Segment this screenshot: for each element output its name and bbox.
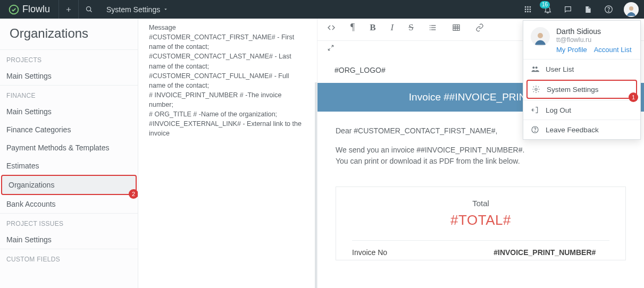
sidebar-header-projects: PROJECTS	[0, 49, 138, 67]
user-menu-header: Darth Sidious tt@flowlu.ru My Profile Ac…	[523, 21, 640, 59]
help-circle-icon	[531, 125, 539, 134]
menu-leave-feedback[interactable]: Leave Feedback	[523, 120, 640, 139]
menu-log-out[interactable]: Log Out	[523, 100, 640, 120]
svg-rect-2	[524, 6, 526, 8]
toolbar-code[interactable]	[327, 23, 336, 32]
sidebar-item-fin-main[interactable]: Main Settings	[0, 103, 138, 121]
user-name: Darth Sidious	[556, 27, 632, 36]
svg-rect-8	[524, 11, 526, 13]
sidebar-item-fin-categories[interactable]: Finance Categories	[0, 121, 138, 139]
svg-point-13	[629, 6, 633, 11]
menu-system-settings[interactable]: System Settings 1	[526, 80, 637, 99]
expand-icon	[327, 44, 334, 52]
help-icon[interactable]	[598, 0, 618, 19]
svg-point-19	[535, 131, 536, 132]
var-line: #CUSTOMER_CONTACT_LAST_NAME# - Last name…	[149, 52, 306, 71]
users-icon	[531, 65, 539, 73]
invoice-summary-box: Total #TOTAL# Invoice No #INVOICE_PRINT_…	[336, 187, 626, 260]
user-menu-avatar	[531, 27, 550, 46]
user-email: tt@flowlu.ru	[556, 36, 632, 44]
email-body-line1: We send you an invoice ##INVOICE_PRINT_N…	[336, 146, 524, 154]
svg-rect-4	[529, 6, 531, 8]
sidebar-item-issues-main[interactable]: Main Settings	[0, 231, 138, 249]
settings-sidebar: Organizations PROJECTS Main Settings FIN…	[0, 19, 138, 288]
account-list-link[interactable]: Account List	[594, 46, 632, 54]
svg-point-16	[536, 66, 538, 69]
menu-user-list[interactable]: User List	[523, 59, 640, 79]
svg-rect-10	[529, 11, 531, 13]
sidebar-item-estimates[interactable]: Estimates	[0, 157, 138, 175]
toolbar-paragraph[interactable]: ¶	[350, 22, 355, 33]
svg-rect-21	[431, 27, 436, 28]
svg-point-14	[538, 33, 543, 38]
var-line: #CUSTOMER_CONTACT_FULL_NAME# - Full name…	[149, 71, 306, 90]
var-line: # ORG_TITLE # -Name of the organization;	[149, 109, 306, 119]
gear-icon	[532, 85, 540, 94]
svg-rect-22	[431, 29, 436, 30]
toolbar-table[interactable]	[452, 23, 461, 32]
svg-point-25	[429, 29, 430, 30]
svg-rect-3	[527, 6, 529, 8]
svg-rect-9	[527, 11, 529, 13]
menu-label: System Settings	[547, 86, 599, 94]
callout-badge-2: 2	[129, 189, 138, 199]
menu-label: Leave Feedback	[546, 126, 599, 134]
brand-text: Flowlu	[22, 4, 50, 15]
toolbar-strike[interactable]: S	[408, 22, 413, 33]
chat-icon[interactable]	[558, 0, 578, 19]
svg-rect-5	[524, 9, 526, 10]
top-bar: Flowlu System Settings 16	[0, 0, 644, 19]
menu-label: Log Out	[546, 106, 571, 114]
sidebar-header-finance: FINANCE	[0, 85, 138, 103]
variables-panel: Message #CUSTOMER_CONTACT_FIRST_NAME# - …	[138, 19, 317, 288]
invoice-no-value: #INVOICE_PRINT_NUMBER#	[494, 248, 609, 257]
chevron-down-icon	[163, 7, 168, 12]
invoice-no-label: Invoice No	[352, 248, 387, 257]
my-profile-link[interactable]: My Profile	[556, 46, 587, 54]
breadcrumb[interactable]: System Settings	[99, 5, 175, 14]
total-label: Total	[352, 199, 609, 208]
svg-rect-7	[529, 9, 531, 10]
user-avatar[interactable]	[624, 2, 639, 17]
svg-point-23	[429, 25, 430, 26]
sidebar-header-issues: PROJECT ISSUES	[0, 213, 138, 231]
toolbar-bold[interactable]: B	[370, 22, 375, 33]
toolbar-italic[interactable]: I	[391, 22, 394, 33]
notification-badge: 16	[540, 1, 550, 9]
svg-point-15	[532, 66, 534, 69]
apps-icon[interactable]	[517, 0, 538, 19]
svg-point-24	[429, 27, 430, 28]
var-line: Message	[149, 23, 306, 32]
var-line: # INVOICE_PRINT_NUMBER # -The invoice nu…	[149, 90, 306, 109]
email-body-line2: You can print or download it as PDF from…	[336, 157, 520, 165]
user-dropdown-menu: Darth Sidious tt@flowlu.ru My Profile Ac…	[523, 20, 641, 140]
var-line: #INVOICE_EXTERNAL_LINK# - External link …	[149, 119, 306, 138]
toolbar-link[interactable]	[475, 23, 484, 32]
svg-point-12	[608, 11, 608, 11]
file-icon[interactable]	[578, 0, 598, 19]
sidebar-item-payment-methods[interactable]: Payment Methods & Templates	[0, 139, 138, 157]
brand-logo[interactable]: Flowlu	[0, 4, 58, 15]
search-button[interactable]	[79, 0, 99, 19]
svg-point-17	[535, 88, 537, 90]
toolbar-list[interactable]	[429, 23, 437, 32]
svg-rect-6	[527, 9, 529, 10]
scrollbar[interactable]	[315, 82, 317, 288]
callout-badge-1: 1	[629, 92, 638, 102]
svg-rect-26	[453, 24, 459, 30]
sidebar-item-label: Organizations	[9, 181, 54, 189]
sidebar-item-organizations[interactable]: Organizations 2	[1, 175, 137, 195]
var-line: #CUSTOMER_CONTACT_FIRST_NAME# - First na…	[149, 32, 306, 52]
menu-label: User List	[546, 65, 574, 73]
add-button[interactable]	[58, 0, 79, 19]
svg-point-1	[86, 7, 90, 11]
sidebar-header-custom-fields: CUSTOM FIELDS	[0, 249, 138, 266]
total-value: #TOTAL#	[352, 212, 609, 228]
svg-rect-20	[431, 25, 436, 26]
notifications-button[interactable]: 16	[538, 0, 558, 19]
breadcrumb-label: System Settings	[106, 5, 160, 14]
sidebar-item-bank-accounts[interactable]: Bank Accounts	[0, 195, 138, 213]
logout-icon	[531, 106, 539, 114]
page-title: Organizations	[0, 19, 138, 49]
sidebar-item-projects-main[interactable]: Main Settings	[0, 67, 138, 85]
